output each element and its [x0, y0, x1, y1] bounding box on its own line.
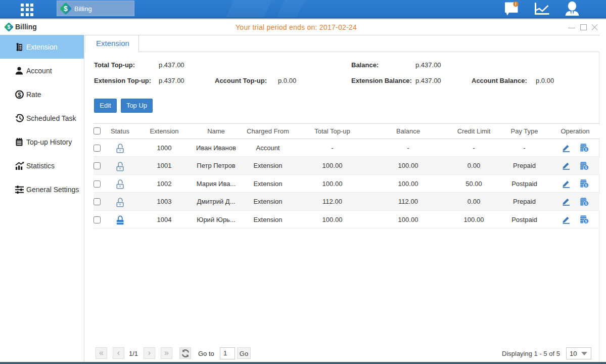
svg-text:!: ! [515, 2, 517, 7]
svg-text:$: $ [18, 91, 21, 98]
svg-text:$: $ [585, 201, 587, 206]
svg-text:$: $ [64, 5, 68, 13]
svg-text:$: $ [585, 219, 587, 223]
svg-text:$: $ [585, 165, 587, 170]
svg-text:$: $ [585, 147, 587, 152]
svg-text:$: $ [585, 183, 587, 188]
